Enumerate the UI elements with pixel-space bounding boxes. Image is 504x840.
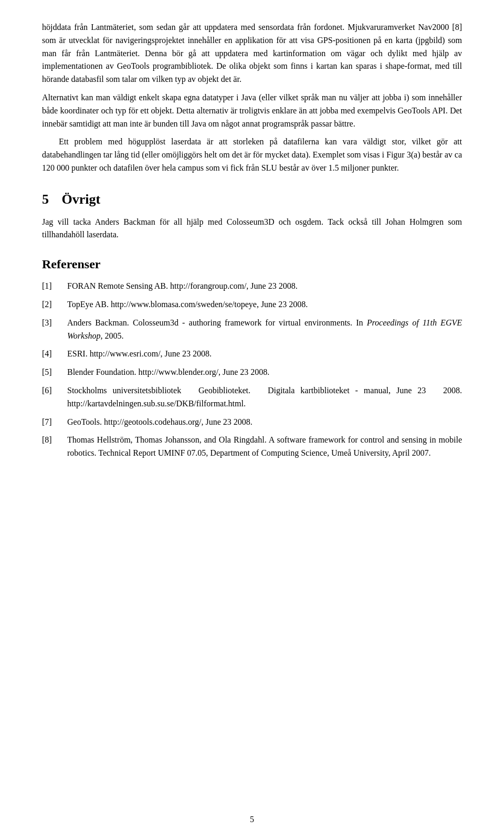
- ref-num-6: [6]: [42, 384, 67, 397]
- section-5-body: Jag vill tacka Anders Backman för all hj…: [42, 216, 462, 242]
- ref-text-3: Anders Backman. Colosseum3d - authoring …: [67, 317, 462, 343]
- ref-text-5: Blender Foundation. http://www.blender.o…: [67, 366, 462, 379]
- ref-num-8: [8]: [42, 434, 67, 447]
- section-5-number: 5: [42, 192, 49, 207]
- list-item: [8] Thomas Hellström, Thomas Johansson, …: [42, 434, 462, 460]
- references-list: [1] FORAN Remote Sensing AB. http://fora…: [42, 280, 462, 460]
- ref-num-3: [3]: [42, 317, 67, 330]
- ref-text-8: Thomas Hellström, Thomas Johansson, and …: [67, 434, 462, 460]
- para-2: Alternativt kan man väldigt enkelt skapa…: [42, 91, 462, 130]
- list-item: [1] FORAN Remote Sensing AB. http://fora…: [42, 280, 462, 293]
- ref-text-7: GeoTools. http://geotools.codehaus.org/,…: [67, 416, 462, 429]
- list-item: [4] ESRI. http://www.esri.com/, June 23 …: [42, 348, 462, 361]
- list-item: [7] GeoTools. http://geotools.codehaus.o…: [42, 416, 462, 429]
- ref-num-2: [2]: [42, 298, 67, 311]
- list-item: [5] Blender Foundation. http://www.blend…: [42, 366, 462, 379]
- references-heading: Referenser: [42, 257, 462, 271]
- para-3: Ett problem med högupplöst laserdata är …: [42, 135, 462, 174]
- page-footer: 5: [0, 815, 504, 824]
- page-number: 5: [250, 815, 254, 824]
- ref-text-4: ESRI. http://www.esri.com/, June 23 2008…: [67, 348, 462, 361]
- ref-text-6: Stockholms universitetsbibliotek Geobibl…: [67, 384, 462, 411]
- list-item: [2] TopEye AB. http://www.blomasa.com/sw…: [42, 298, 462, 311]
- section-5-heading: 5 Övrigt: [42, 191, 462, 208]
- section-5-para-1: Jag vill tacka Anders Backman för all hj…: [42, 216, 462, 242]
- ref-num-1: [1]: [42, 280, 67, 293]
- ref-text-1: FORAN Remote Sensing AB. http://forangro…: [67, 280, 462, 293]
- ref-num-4: [4]: [42, 348, 67, 361]
- ref-num-5: [5]: [42, 366, 67, 379]
- para-1: höjddata från Lantmäteriet, som sedan gå…: [42, 21, 462, 86]
- ref-text-2: TopEye AB. http://www.blomasa.com/sweden…: [67, 298, 462, 311]
- list-item: [6] Stockholms universitetsbibliotek Geo…: [42, 384, 462, 411]
- page: höjddata från Lantmäteriet, som sedan gå…: [0, 0, 504, 840]
- section-5-title: Övrigt: [62, 192, 101, 207]
- list-item: [3] Anders Backman. Colosseum3d - author…: [42, 317, 462, 343]
- ref-num-7: [7]: [42, 416, 67, 429]
- intro-text-block: höjddata från Lantmäteriet, som sedan gå…: [42, 21, 462, 175]
